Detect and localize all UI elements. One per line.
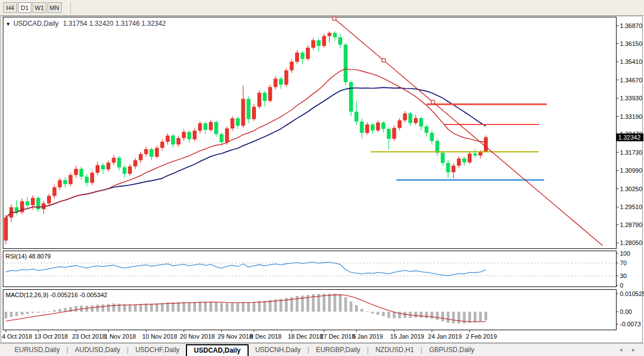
- candle-body: [446, 163, 450, 173]
- tab-scroll-arrows: ◄ ►: [618, 347, 636, 353]
- price-scale-label: 1.28790: [620, 221, 642, 228]
- macd-histogram-bar: [74, 306, 77, 312]
- candle-body: [214, 122, 218, 135]
- macd-histogram-bar: [15, 312, 18, 316]
- candle-body: [398, 121, 402, 128]
- candle-body: [301, 53, 305, 59]
- macd-histogram-bar: [177, 302, 180, 312]
- tab-usdcnh[interactable]: USDCNH,Daily: [249, 344, 307, 356]
- candle-body: [274, 78, 278, 87]
- macd-histogram-bar: [26, 312, 29, 314]
- tab-usdcad[interactable]: USDCAD,Daily: [186, 344, 248, 356]
- tab-audusd[interactable]: AUDUSD,Daily: [68, 344, 127, 356]
- candle-body: [414, 118, 418, 123]
- candle-body: [47, 196, 51, 203]
- macd-histogram-bar: [113, 303, 115, 312]
- date-axis-label: 27 Dec 2018: [320, 333, 355, 340]
- date-axis-label: 4 Oct 2018: [2, 333, 32, 340]
- rsi-scale-label: 100: [620, 250, 630, 257]
- candle-body: [408, 113, 412, 123]
- macd-histogram-bar: [441, 312, 444, 321]
- chart-ohlc-values: 1.31754 1.32420 1.31746 1.32342: [63, 20, 166, 27]
- tab-eurusd[interactable]: EURUSD,Daily: [8, 344, 67, 356]
- candle-body: [419, 118, 423, 127]
- candle-body: [187, 132, 191, 139]
- trendline-anchor[interactable]: [382, 59, 385, 62]
- macd-histogram-bar: [420, 312, 423, 318]
- candle-body: [171, 136, 175, 145]
- date-axis-label: 2 Feb 2019: [466, 333, 497, 340]
- rsi-label: RSI(14) 48.8079: [6, 253, 51, 260]
- date-axis-label: 5 Jan 2019: [352, 333, 382, 340]
- macd-histogram-bar: [263, 301, 266, 312]
- candle-body: [441, 153, 445, 163]
- candle-body: [258, 93, 262, 107]
- candle-body: [284, 70, 288, 84]
- candle-body: [360, 122, 364, 133]
- candle-body: [246, 99, 250, 119]
- macd-histogram-bar: [91, 306, 94, 312]
- candle-body: [85, 177, 88, 183]
- candle-body: [295, 53, 299, 62]
- macd-histogram-bar: [366, 311, 368, 312]
- current-price-badge: 1.32342: [617, 133, 643, 141]
- candle-body: [430, 133, 434, 141]
- candle-body: [484, 137, 488, 152]
- macd-histogram-bar: [328, 294, 331, 312]
- price-scale-label: 1.29510: [620, 204, 642, 210]
- candle-body: [252, 107, 256, 119]
- macd-histogram-bar: [107, 304, 110, 312]
- price-scale-label: 1.36870: [620, 22, 642, 29]
- tab-nzdusd[interactable]: NZDUSD,H1: [368, 344, 421, 356]
- macd-histogram-bar: [188, 302, 190, 312]
- date-axis-label: 13 Oct 2018: [34, 333, 68, 340]
- macd-histogram-bar: [361, 309, 363, 312]
- candle-body: [317, 40, 321, 46]
- macd-histogram-bar: [376, 312, 379, 315]
- tab-scroll-left-icon[interactable]: ◄: [618, 347, 623, 353]
- date-axis-label: 23 Oct 2018: [72, 333, 106, 340]
- candle-body: [96, 165, 100, 173]
- candle-body: [463, 159, 466, 163]
- symbol-tabbar: EURUSD,Daily|AUDUSD,Daily|USDCHF,DailyUS…: [0, 343, 644, 356]
- symbol-dropdown-icon: ▼: [6, 21, 11, 27]
- candle-body: [182, 132, 186, 138]
- macd-histogram-bar: [452, 312, 455, 323]
- macd-histogram-bar: [209, 302, 212, 312]
- macd-histogram-bar: [371, 312, 374, 313]
- macd-histogram-bar: [458, 312, 460, 323]
- candle-body: [203, 123, 207, 130]
- macd-histogram-bar: [183, 302, 185, 312]
- macd-scale-label: -0.0073: [620, 321, 641, 327]
- macd-histogram-bar: [258, 301, 261, 312]
- macd-histogram-bar: [37, 312, 40, 313]
- macd-label: MACD(12,26,9) -0.005216 -0.005342: [6, 292, 108, 298]
- trendline-anchor[interactable]: [431, 100, 435, 104]
- symbol-tabs: EURUSD,Daily|AUDUSD,Daily|USDCHF,DailyUS…: [0, 344, 481, 356]
- macd-histogram-bar: [388, 312, 390, 318]
- chart-title: USDCAD,Daily: [13, 20, 59, 27]
- tab-scroll-right-icon[interactable]: ►: [631, 347, 636, 353]
- candle-body: [338, 38, 342, 45]
- chart-canvas[interactable]: [0, 0, 644, 356]
- price-scale-label: 1.33930: [620, 95, 642, 101]
- macd-histogram-bar: [333, 294, 336, 312]
- tab-gbpusd[interactable]: GBPUSD,Daily: [422, 344, 481, 356]
- rsi-scale-label: 30: [620, 272, 627, 279]
- trendline-anchor[interactable]: [333, 17, 336, 20]
- candle-body: [106, 163, 110, 169]
- macd-histogram-bar: [226, 303, 228, 312]
- macd-histogram-bar: [236, 303, 239, 312]
- candle-body: [241, 99, 245, 126]
- tab-eurgbp[interactable]: EURGBP,Daily: [309, 344, 367, 356]
- tab-usdchf[interactable]: USDCHF,Daily: [129, 344, 186, 356]
- price-scale-label: 1.34670: [620, 77, 642, 84]
- candle-body: [387, 129, 391, 139]
- macd-histogram-bar: [247, 302, 250, 312]
- candle-body: [381, 123, 385, 129]
- macd-histogram-bar: [484, 312, 487, 320]
- chart-header: ▼USDCAD,Daily1.31754 1.32420 1.31746 1.3…: [6, 20, 166, 27]
- macd-histogram-bar: [53, 310, 56, 312]
- price-scale-label: 1.36150: [620, 40, 642, 47]
- date-axis-label: 15 Jan 2019: [390, 333, 424, 340]
